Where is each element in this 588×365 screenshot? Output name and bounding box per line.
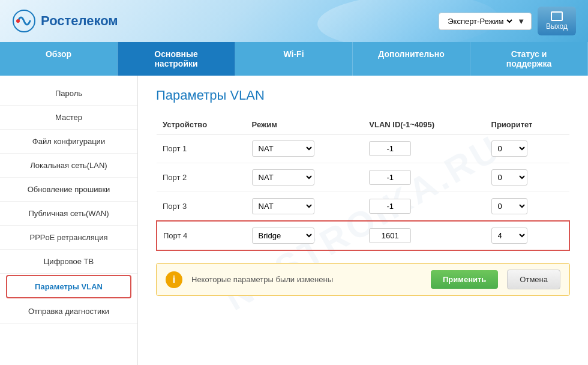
port4-priority[interactable]: 0 1 2 3 4 xyxy=(485,221,569,250)
port3-priority[interactable]: 0 1 xyxy=(485,192,569,222)
port1-priority-select[interactable]: 0 1 2 3 4 xyxy=(491,140,527,157)
port3-mode-select[interactable]: NAT Bridge Transparent xyxy=(252,198,314,214)
col-header-mode: Режим xyxy=(246,115,364,134)
apply-button[interactable]: Применить xyxy=(431,270,498,289)
exit-icon xyxy=(551,11,563,21)
tab-basic-settings[interactable]: Основные настройки xyxy=(118,42,235,76)
port1-priority[interactable]: 0 1 2 3 4 xyxy=(485,134,569,163)
exit-button[interactable]: Выход xyxy=(538,7,576,35)
port1-mode[interactable]: NAT Bridge Transparent xyxy=(246,134,364,163)
page-title: Параметры VLAN xyxy=(156,88,570,103)
info-bar: i Некоторые параметры были изменены Прим… xyxy=(156,263,570,296)
port3-mode[interactable]: NAT Bridge Transparent xyxy=(246,192,364,222)
port4-mode[interactable]: NAT Bridge Transparent xyxy=(246,221,364,250)
port4-vlan-input[interactable] xyxy=(369,228,411,243)
chevron-down-icon: ▼ xyxy=(517,17,525,26)
port4-mode-select[interactable]: NAT Bridge Transparent xyxy=(252,228,314,244)
table-row: Порт 1 NAT Bridge Transparent xyxy=(157,134,569,163)
logo-text: Ростелеком xyxy=(41,13,118,29)
content-area: NASTROIKA.RU Параметры VLAN Устройство Р… xyxy=(138,76,588,365)
sidebar-item-config-file[interactable]: Файл конфигурации xyxy=(0,130,137,154)
sidebar-item-iptv[interactable]: Цифровое ТВ xyxy=(0,250,137,274)
sidebar-item-lan[interactable]: Локальная сеть(LAN) xyxy=(0,154,137,178)
port3-priority-select[interactable]: 0 1 xyxy=(491,198,527,214)
tab-wifi[interactable]: Wi-Fi xyxy=(235,42,353,76)
sidebar-item-password[interactable]: Пароль xyxy=(0,82,137,106)
info-text: Некоторые параметры были изменены xyxy=(191,275,422,284)
sidebar-item-wan[interactable]: Публичная сеть(WAN) xyxy=(0,202,137,226)
col-header-priority: Приоритет xyxy=(485,115,569,134)
port4-vlan-id[interactable] xyxy=(363,221,485,250)
port2-device: Порт 2 xyxy=(157,163,246,192)
sidebar-item-pppoe[interactable]: PPPoE ретрансляция xyxy=(0,226,137,250)
header: Ростелеком Эксперт-Режим Базовый режим ▼… xyxy=(0,0,588,42)
vlan-table: Устройство Режим VLAN ID(-1~4095) Приори… xyxy=(156,115,570,251)
mode-selector[interactable]: Эксперт-Режим Базовый режим ▼ xyxy=(439,13,532,30)
port2-mode[interactable]: NAT Bridge Transparent xyxy=(246,163,364,192)
nav-tabs: Обзор Основные настройки Wi-Fi Дополните… xyxy=(0,42,588,76)
tab-overview[interactable]: Обзор xyxy=(0,42,118,76)
port2-priority-select[interactable]: 0 1 xyxy=(491,169,527,186)
sidebar-item-vlan[interactable]: Параметры VLAN xyxy=(6,275,131,298)
sidebar-item-firmware[interactable]: Обновление прошивки xyxy=(0,178,137,202)
table-row: Порт 2 NAT Bridge Transparent xyxy=(157,163,569,192)
cancel-button[interactable]: Отмена xyxy=(507,270,560,289)
logo: Ростелеком xyxy=(12,9,118,33)
port1-vlan-id[interactable] xyxy=(363,134,485,163)
port4-priority-select[interactable]: 0 1 2 3 4 xyxy=(491,228,527,244)
sidebar: Пароль Мастер Файл конфигурации Локальна… xyxy=(0,76,138,365)
info-icon: i xyxy=(166,271,182,288)
tab-status-support[interactable]: Статус и поддержка xyxy=(470,42,588,76)
port3-device: Порт 3 xyxy=(157,192,246,222)
sidebar-item-diagnostics[interactable]: Отправка диагностики xyxy=(0,300,137,324)
content-inner: Параметры VLAN Устройство Режим VLAN ID(… xyxy=(156,88,570,296)
tab-advanced[interactable]: Дополнительно xyxy=(353,42,470,76)
logo-icon xyxy=(12,9,36,33)
port2-priority[interactable]: 0 1 xyxy=(485,163,569,192)
sidebar-item-wizard[interactable]: Мастер xyxy=(0,106,137,130)
mode-dropdown[interactable]: Эксперт-Режим Базовый режим xyxy=(445,16,514,26)
port1-mode-select[interactable]: NAT Bridge Transparent xyxy=(252,140,314,157)
header-right: Эксперт-Режим Базовый режим ▼ Выход xyxy=(439,7,576,35)
main-content: Пароль Мастер Файл конфигурации Локальна… xyxy=(0,76,588,365)
port1-device: Порт 1 xyxy=(157,134,246,163)
col-header-vlan-id: VLAN ID(-1~4095) xyxy=(363,115,485,134)
svg-point-1 xyxy=(16,19,20,23)
port3-vlan-input[interactable] xyxy=(369,199,411,214)
col-header-device: Устройство xyxy=(157,115,246,134)
port3-vlan-id[interactable] xyxy=(363,192,485,222)
port2-mode-select[interactable]: NAT Bridge Transparent xyxy=(252,169,314,186)
port2-vlan-input[interactable] xyxy=(369,170,411,185)
table-row-highlighted: Порт 4 NAT Bridge Transparent xyxy=(157,221,569,250)
port2-vlan-id[interactable] xyxy=(363,163,485,192)
table-row: Порт 3 NAT Bridge Transparent xyxy=(157,192,569,222)
port1-vlan-input[interactable] xyxy=(369,141,411,156)
port4-device: Порт 4 xyxy=(157,221,246,250)
